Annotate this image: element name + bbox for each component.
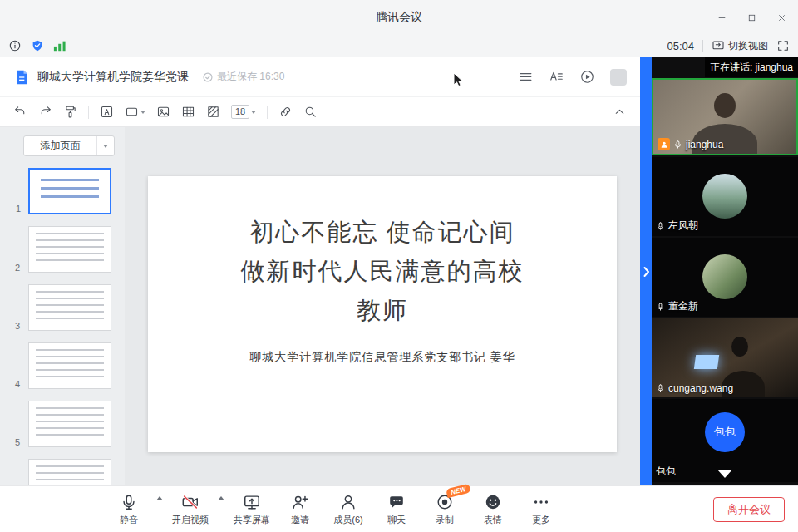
emoji-button[interactable]: 表情 (469, 492, 517, 526)
more-button[interactable]: 更多 (517, 492, 565, 526)
format-painter-icon[interactable] (63, 105, 77, 119)
share-screen-button[interactable]: 共享屏幕 (228, 492, 276, 526)
slide-thumbnail-1[interactable]: 1 (28, 168, 111, 214)
minimize-button[interactable] (713, 9, 730, 26)
divider (702, 40, 703, 52)
image-icon[interactable] (156, 105, 170, 119)
mute-button[interactable]: 静音 (105, 492, 153, 526)
participant-name-row: cungang.wang (656, 382, 733, 394)
members-button[interactable]: 成员(6) (324, 492, 372, 526)
thumbnail-preview (36, 291, 104, 324)
switch-view-icon (712, 39, 725, 52)
participant-name: jianghua (686, 139, 723, 150)
mic-icon (673, 139, 682, 150)
mic-icon (656, 220, 665, 232)
participants-sidebar: 正在讲话: jianghua jianghua (652, 57, 798, 485)
font-size-select[interactable]: 18 (231, 105, 256, 119)
invite-label: 邀请 (291, 514, 309, 526)
user-avatar-icon (658, 138, 670, 150)
scroll-down-indicator[interactable] (717, 470, 732, 478)
sidebar-collapse-handle[interactable] (640, 57, 652, 485)
menu-icon[interactable] (518, 69, 534, 85)
slide-number: 3 (15, 321, 20, 331)
slide-thumbnail-5[interactable]: 5 (28, 401, 111, 447)
participant-avatar-initials: 包包 (705, 412, 745, 452)
meeting-view-controls: 05:04 切换视图 (667, 39, 790, 53)
slide-canvas: 初心不能忘 使命记心间 做新时代人民满意的高校 教师 聊城大学计算机学院信息管理… (125, 127, 640, 485)
undo-icon[interactable] (13, 105, 27, 119)
slide-subtitle: 聊城大学计算机学院信息管理系党支部书记 姜华 (148, 350, 617, 365)
more-label: 更多 (532, 514, 550, 526)
current-slide[interactable]: 初心不能忘 使命记心间 做新时代人民满意的高校 教师 聊城大学计算机学院信息管理… (148, 176, 617, 452)
new-badge: NEW (446, 484, 470, 499)
table-icon[interactable] (181, 105, 195, 119)
share-screen-label: 共享屏幕 (234, 514, 270, 526)
mic-options-expander[interactable] (153, 489, 166, 530)
doc-title[interactable]: 聊城大学计算机学院姜华党课 (37, 70, 189, 85)
record-button[interactable]: NEW 录制 (421, 492, 469, 526)
network-signal-icon[interactable] (53, 39, 66, 52)
participant-avatar (702, 254, 747, 299)
text-format-icon[interactable] (549, 69, 564, 85)
participant-name-row: 左风朝 (656, 219, 698, 233)
participant-tile-zuofengchao[interactable]: 左风朝 (652, 157, 798, 236)
fullscreen-icon[interactable] (776, 39, 790, 52)
close-button[interactable] (773, 9, 790, 26)
thumbnail-preview (36, 407, 104, 441)
slide-title: 初心不能忘 使命记心间 做新时代人民满意的高校 教师 (148, 213, 617, 330)
doc-avatar-placeholder[interactable] (610, 69, 627, 86)
chat-icon (387, 493, 406, 511)
divider (267, 106, 268, 119)
present-play-icon[interactable] (579, 69, 595, 85)
chevron-down-icon (103, 145, 108, 148)
window-titlebar: 腾讯会议 (0, 0, 798, 35)
slide-panel: 添加页面 1 2 3 (0, 127, 125, 485)
record-label: 录制 (436, 514, 454, 526)
add-page-button[interactable]: 添加页面 (23, 135, 115, 156)
close-icon (776, 12, 787, 23)
camera-off-icon (181, 493, 200, 511)
tencent-meeting-window: 腾讯会议 05:04 (0, 0, 798, 532)
maximize-button[interactable] (743, 9, 760, 26)
participant-tile-jianghua[interactable]: jianghua (652, 78, 798, 155)
leave-meeting-button[interactable]: 离开会议 (713, 497, 785, 522)
link-icon[interactable] (278, 105, 293, 119)
participant-tile-dongjinxin[interactable]: 董金新 (652, 238, 798, 317)
window-title: 腾讯会议 (376, 10, 422, 25)
slide-thumbnail-4[interactable]: 4 (28, 342, 111, 389)
text-box-icon[interactable] (100, 105, 114, 119)
collapse-toolbar-icon[interactable] (613, 105, 627, 119)
person-silhouette (732, 337, 748, 357)
doc-header: 聊城大学计算机学院姜华党课 最近保存 16:30 (0, 57, 640, 96)
meeting-info-icon[interactable] (8, 39, 22, 52)
meeting-control-bar: 静音 开启视频 共享屏幕 邀请 (0, 485, 798, 532)
redo-icon[interactable] (38, 105, 52, 119)
search-icon[interactable] (303, 105, 318, 119)
minimize-icon (717, 12, 727, 23)
pattern-fill-icon[interactable] (206, 105, 220, 119)
camera-options-expander[interactable] (214, 489, 228, 530)
chevron-down-icon (140, 111, 145, 114)
meeting-status-icons (8, 39, 66, 52)
shapes-tool[interactable] (125, 105, 145, 119)
thumbnail-preview (36, 233, 104, 266)
switch-view-button[interactable]: 切换视图 (712, 39, 768, 53)
start-video-button[interactable]: 开启视频 (166, 492, 214, 526)
slide-thumbnail-2[interactable]: 2 (28, 226, 111, 273)
participant-name: cungang.wang (668, 382, 733, 394)
invite-button[interactable]: 邀请 (276, 492, 324, 526)
maximize-icon (746, 12, 757, 23)
slide-thumbnail-6[interactable] (28, 459, 111, 485)
participant-name: 包包 (656, 465, 676, 479)
participant-tile-baobao[interactable]: 包包 包包 (652, 399, 798, 482)
shape-icon (125, 105, 139, 119)
chevron-down-icon (251, 111, 256, 114)
save-status-text: 最近保存 16:30 (217, 70, 284, 84)
participant-name-row: 包包 (656, 465, 676, 479)
add-page-dropdown[interactable] (96, 136, 114, 155)
security-shield-icon[interactable] (31, 39, 44, 52)
divider (88, 106, 89, 119)
participant-tile-cungang-wang[interactable]: cungang.wang (652, 318, 798, 397)
chat-button[interactable]: 聊天 (372, 492, 421, 526)
slide-thumbnail-3[interactable]: 3 (28, 284, 111, 331)
